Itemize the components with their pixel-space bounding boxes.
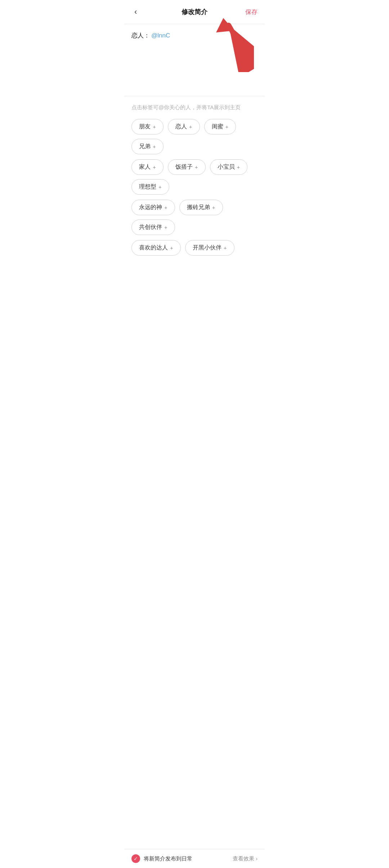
tag-row-4: 喜欢的达人 + 开黑小伙伴 + bbox=[131, 240, 258, 256]
tag-partner-plus: + bbox=[164, 224, 167, 230]
tag-row-1: 朋友 + 恋人 + 闺蜜 + 兄弟 + bbox=[131, 119, 258, 154]
tag-daren-label: 喜欢的达人 bbox=[139, 244, 168, 252]
tag-row-2: 家人 + 饭搭子 + 小宝贝 + 理想型 + bbox=[131, 159, 258, 195]
tag-daren[interactable]: 喜欢的达人 + bbox=[131, 240, 181, 256]
tag-baobei-label: 小宝贝 bbox=[218, 163, 235, 171]
tag-lover-plus: + bbox=[189, 124, 192, 130]
tag-friend-plus: + bbox=[153, 124, 156, 130]
tags-hint: 点击标签可@你关心的人，并将TA展示到主页 bbox=[131, 103, 258, 112]
tag-mealmate-label: 饭搭子 bbox=[175, 163, 193, 171]
tag-partner-label: 共创伙伴 bbox=[139, 223, 162, 231]
tag-god[interactable]: 永远的神 + bbox=[131, 200, 175, 215]
tag-family-label: 家人 bbox=[139, 163, 151, 171]
lover-label: 恋人： bbox=[131, 31, 150, 40]
tag-family-plus: + bbox=[153, 164, 156, 170]
tags-section: 点击标签可@你关心的人，并将TA展示到主页 朋友 + 恋人 + 闺蜜 + 兄弟 … bbox=[124, 96, 265, 268]
tag-lover[interactable]: 恋人 + bbox=[168, 119, 200, 134]
tag-brother[interactable]: 兄弟 + bbox=[131, 139, 164, 154]
header: ‹ 修改简介 保存 bbox=[124, 0, 265, 24]
tag-baobei[interactable]: 小宝贝 + bbox=[210, 159, 248, 175]
save-button[interactable]: 保存 bbox=[245, 8, 258, 16]
tag-brother-plus: + bbox=[153, 143, 156, 150]
tag-baobei-plus: + bbox=[237, 164, 240, 170]
tag-daren-plus: + bbox=[170, 245, 173, 251]
tag-partner[interactable]: 共创伙伴 + bbox=[131, 220, 175, 235]
tag-ideal-plus: + bbox=[158, 184, 162, 190]
tag-worker[interactable]: 搬砖兄弟 + bbox=[179, 200, 223, 215]
tag-row-3: 永远的神 + 搬砖兄弟 + 共创伙伴 + bbox=[131, 200, 258, 235]
lover-value: @lnnC bbox=[151, 32, 170, 39]
tag-god-label: 永远的神 bbox=[139, 204, 162, 211]
tag-bestie-plus: + bbox=[225, 124, 229, 130]
tag-gaming-plus: + bbox=[224, 245, 227, 251]
tag-mealmate-plus: + bbox=[195, 164, 198, 170]
tag-brother-label: 兄弟 bbox=[139, 143, 151, 150]
tag-family[interactable]: 家人 + bbox=[131, 159, 164, 175]
tag-bestie-label: 闺蜜 bbox=[212, 123, 223, 130]
lover-line: 恋人： @lnnC bbox=[131, 31, 258, 40]
tag-ideal[interactable]: 理想型 + bbox=[131, 179, 169, 195]
bio-edit-area[interactable]: 恋人： @lnnC bbox=[124, 24, 265, 96]
page-title: 修改简介 bbox=[182, 8, 207, 16]
tag-ideal-label: 理想型 bbox=[139, 183, 156, 191]
tag-worker-plus: + bbox=[212, 204, 215, 211]
tag-bestie[interactable]: 闺蜜 + bbox=[204, 119, 236, 134]
tag-friend-label: 朋友 bbox=[139, 123, 151, 130]
tag-friend[interactable]: 朋友 + bbox=[131, 119, 164, 134]
tag-mealmate[interactable]: 饭搭子 + bbox=[168, 159, 206, 175]
tag-gaming-label: 开黑小伙伴 bbox=[193, 244, 222, 252]
tag-lover-label: 恋人 bbox=[175, 123, 187, 130]
tag-gaming[interactable]: 开黑小伙伴 + bbox=[185, 240, 234, 256]
back-button[interactable]: ‹ bbox=[131, 6, 140, 18]
tag-god-plus: + bbox=[164, 204, 167, 211]
tag-worker-label: 搬砖兄弟 bbox=[187, 204, 210, 211]
